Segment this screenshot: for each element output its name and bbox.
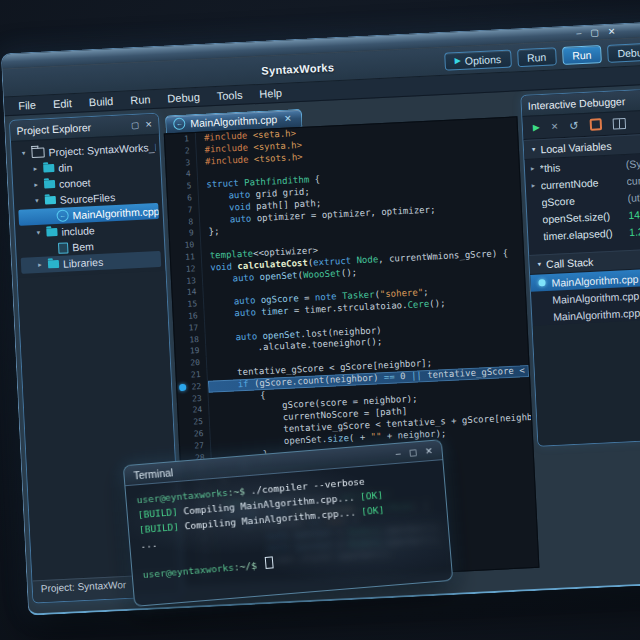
tree-item-label: Bem <box>72 240 94 253</box>
terminal-output[interactable]: user@eyntaxworks:~$ ./compiler --verbose… <box>125 460 452 606</box>
chevron-right-icon[interactable]: ▸ <box>532 181 541 189</box>
variable-value: 145 <box>628 205 640 221</box>
stack-frame-file: MainAlgorithm.cpp <box>551 272 638 288</box>
terminal-title: Terminal <box>133 466 174 481</box>
folder-icon <box>48 260 59 269</box>
terminal-window: Terminal – ▢ ✕ user@eyntaxworks:~$ ./com… <box>123 439 454 607</box>
folder-icon <box>43 164 54 173</box>
local-variables-title: Local Variables <box>540 140 612 155</box>
close-icon[interactable]: ✕ <box>608 27 616 36</box>
panel-close-icon[interactable]: ✕ <box>145 119 153 129</box>
menu-run[interactable]: Run <box>130 93 151 106</box>
menu-file[interactable]: File <box>18 99 36 112</box>
tree-item-label: din <box>58 161 73 174</box>
debug-button[interactable]: Debug <box>607 42 640 62</box>
variable-value: 1.23s <box>629 222 640 238</box>
tree-item-label: SourceFiles <box>60 191 116 206</box>
call-stack-list: MainAlgorithm.cpp(currenMainAlgorithm.cp… <box>530 266 640 326</box>
chevron-icon[interactable]: ▸ <box>32 181 40 189</box>
variable-name: timer.elapsed() <box>543 226 629 242</box>
tree-item-label: include <box>61 224 95 238</box>
chevron-right-icon[interactable]: ▸ <box>531 164 540 172</box>
folder-icon <box>46 228 57 237</box>
debug-button-label: Debug <box>617 45 640 58</box>
file-tree: ▾Project: SyntaxWorks_Demo▸din▸conoet▾So… <box>11 135 165 278</box>
folder-open-icon <box>45 196 56 205</box>
chevron-icon[interactable]: ▸ <box>31 165 39 173</box>
panel-maximize-icon[interactable]: ▢ <box>131 120 140 130</box>
variable-value: (ut) <box>627 188 640 204</box>
maximize-icon[interactable]: ▢ <box>590 28 599 37</box>
minimize-icon[interactable]: – <box>576 29 581 38</box>
variable-name: gScore <box>541 192 627 208</box>
file-icon <box>58 242 69 253</box>
variable-name: currentNode <box>540 175 626 191</box>
stack-frame-file: MainAlgorithm.cpp <box>552 289 639 305</box>
folder-icon <box>44 180 55 189</box>
debugger-empty-area <box>533 317 640 446</box>
tree-item-label: conoet <box>59 176 91 190</box>
variable-name: openSet.size() <box>542 209 628 225</box>
menu-edit[interactable]: Edit <box>53 97 73 110</box>
continue-icon[interactable]: ▶ <box>533 122 540 132</box>
chevron-icon[interactable]: ▾ <box>19 149 27 157</box>
step-icon[interactable]: ✕ <box>551 121 559 131</box>
restart-icon[interactable]: ↺ <box>569 119 579 132</box>
tab-label: MainAlgorithm.cpp <box>190 113 277 129</box>
stack-frame-file: MainAlgorithm.cpp <box>553 306 640 322</box>
chevron-down-icon: ▾ <box>537 260 541 268</box>
menu-build[interactable]: Build <box>89 95 114 108</box>
local-variables-list: ▸*this(SyntaxWor▸currentNodecurrentNodgS… <box>524 151 640 245</box>
terminal-cursor[interactable] <box>265 556 274 569</box>
tab-close-icon[interactable]: ✕ <box>284 113 292 123</box>
chevron-icon[interactable]: ▾ <box>33 197 41 205</box>
project-explorer-title: Project Explorer <box>16 121 91 137</box>
file-cpp-icon: ← <box>56 209 69 222</box>
chevron-icon[interactable]: ▾ <box>34 229 42 237</box>
cpp-file-icon: ← <box>173 118 186 131</box>
variable-value: currentNod <box>626 171 640 187</box>
desktop-background: – ▢ ✕ SyntaxWorks ▶ Options Run Run Debu… <box>0 0 640 640</box>
variable-value: (SyntaxWor <box>625 154 640 170</box>
menu-debug[interactable]: Debug <box>167 91 200 105</box>
chevron-down-icon: ▾ <box>532 145 536 153</box>
menu-tools[interactable]: Tools <box>216 89 242 102</box>
terminal-maximize-icon[interactable]: ▢ <box>408 447 417 458</box>
folder-root-icon <box>31 147 44 158</box>
debugger-title: Interactive Debugger <box>528 95 626 112</box>
stop-icon[interactable] <box>589 118 602 131</box>
terminal-minimize-icon[interactable]: – <box>395 448 401 458</box>
current-frame-icon <box>538 279 545 286</box>
chevron-icon[interactable]: ▸ <box>36 261 44 269</box>
interactive-debugger-panel: Interactive Debugger ▶✕↺ ▾ Local Variabl… <box>520 86 640 447</box>
terminal-close-icon[interactable]: ✕ <box>425 445 433 456</box>
variable-name: *this <box>540 158 626 174</box>
tree-item-label: Libraries <box>63 256 104 270</box>
layout-icon[interactable] <box>612 118 626 130</box>
call-stack-title: Call Stack <box>546 256 594 270</box>
menu-help[interactable]: Help <box>259 87 282 100</box>
